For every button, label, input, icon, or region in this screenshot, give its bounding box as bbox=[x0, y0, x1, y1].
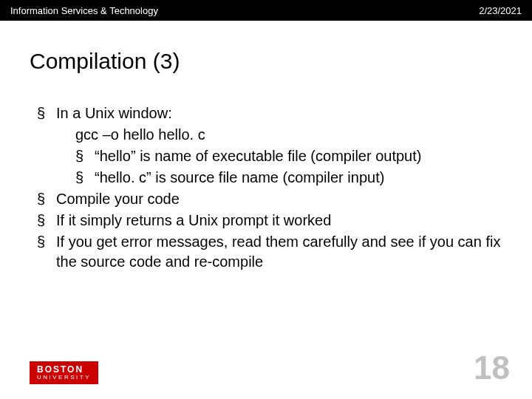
bullet-text: “hello. c” is source file name (compiler… bbox=[95, 168, 502, 188]
bullet-icon: § bbox=[37, 211, 56, 231]
command-line: gcc –o hello hello. c bbox=[37, 125, 502, 145]
bullet-icon: § bbox=[75, 146, 95, 166]
boston-university-logo: BOSTON UNIVERSITY bbox=[30, 361, 98, 384]
header-left: Information Services & Technology bbox=[10, 5, 158, 16]
bullet-icon: § bbox=[37, 189, 56, 209]
logo-line1: BOSTON bbox=[37, 365, 91, 374]
bullet-text: Compile your code bbox=[56, 189, 502, 209]
slide-content: § In a Unix window: gcc –o hello hello. … bbox=[0, 81, 532, 272]
bullet-text: “hello” is name of executable file (comp… bbox=[95, 146, 502, 166]
logo-line2: UNIVERSITY bbox=[37, 375, 91, 381]
bullet-level1: § Compile your code bbox=[37, 189, 502, 209]
bullet-level1: § In a Unix window: bbox=[37, 103, 502, 123]
bullet-level1: § If it simply returns a Unix prompt it … bbox=[37, 211, 502, 231]
header-date: 2/23/2021 bbox=[479, 5, 522, 16]
bullet-icon: § bbox=[37, 103, 56, 123]
bullet-level2: § “hello” is name of executable file (co… bbox=[37, 146, 502, 166]
bullet-text: If it simply returns a Unix prompt it wo… bbox=[56, 211, 502, 231]
bullet-level2: § “hello. c” is source file name (compil… bbox=[37, 168, 502, 188]
page-number: 18 bbox=[474, 352, 510, 384]
bullet-text: If you get error messages, read them car… bbox=[56, 232, 502, 272]
bullet-icon: § bbox=[37, 232, 56, 272]
header-bar: Information Services & Technology 2/23/2… bbox=[0, 0, 532, 21]
bullet-text: In a Unix window: bbox=[56, 103, 502, 123]
slide-title: Compilation (3) bbox=[0, 21, 532, 81]
footer: BOSTON UNIVERSITY 18 bbox=[0, 352, 532, 384]
bullet-level1: § If you get error messages, read them c… bbox=[37, 232, 502, 272]
bullet-icon: § bbox=[75, 168, 95, 188]
